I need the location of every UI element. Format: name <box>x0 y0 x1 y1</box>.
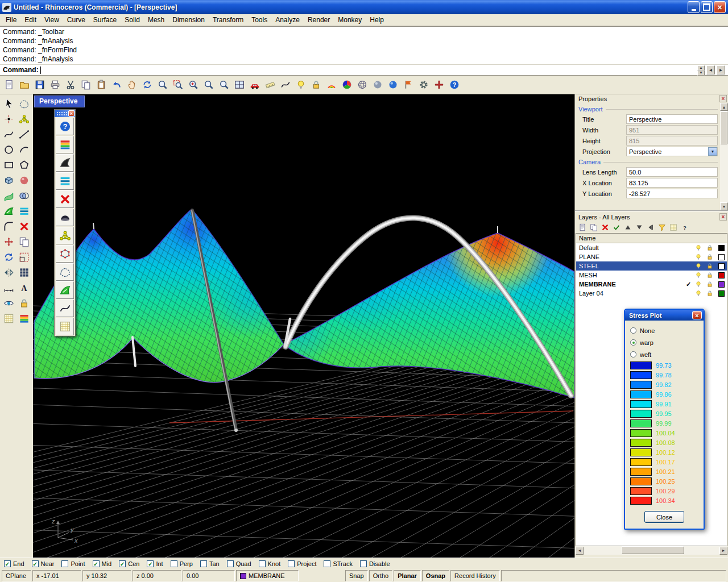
properties-scrollbar[interactable] <box>720 103 728 210</box>
checkbox-icon[interactable] <box>324 560 330 567</box>
layers-close-icon[interactable] <box>719 213 727 221</box>
radio-none[interactable]: None <box>630 325 698 336</box>
viewport-title[interactable]: Perspective <box>34 95 85 107</box>
zoom-dynamic[interactable] <box>155 77 170 92</box>
hscroll-track[interactable] <box>584 546 719 555</box>
zoom-selected[interactable] <box>217 77 231 92</box>
palette-close-icon[interactable] <box>68 110 75 117</box>
trim-tool[interactable] <box>16 219 32 234</box>
command-next-button[interactable] <box>717 65 725 74</box>
checkbox-icon[interactable] <box>93 560 100 567</box>
palette-edit-curve[interactable] <box>56 300 74 317</box>
wireframe-display[interactable] <box>355 77 370 92</box>
layers-hscrollbar[interactable] <box>576 546 727 555</box>
palette-formfind-surface[interactable] <box>56 281 74 299</box>
menu-help[interactable]: Help <box>366 15 388 25</box>
shaded-display[interactable] <box>370 77 385 92</box>
set-current-layer[interactable] <box>611 222 622 232</box>
cut[interactable] <box>63 77 78 92</box>
scroll-up-icon[interactable] <box>720 103 728 111</box>
menu-analyze[interactable]: Analyze <box>271 15 304 25</box>
save-file[interactable] <box>32 77 47 92</box>
scale-tool[interactable] <box>16 250 32 265</box>
layer-color-swatch[interactable] <box>718 281 725 288</box>
layer-row-membrane[interactable]: MEMBRANE <box>576 280 727 289</box>
layer-lock-icon[interactable] <box>704 290 715 297</box>
pane-record-history[interactable]: Record History <box>450 570 500 581</box>
scroll-thumb[interactable] <box>721 111 727 144</box>
point-tool[interactable] <box>1 111 16 127</box>
checkbox-icon[interactable] <box>259 560 266 567</box>
color-picker[interactable] <box>340 77 354 92</box>
osnap-disable[interactable]: Disable <box>360 560 390 567</box>
command-spinner[interactable] <box>697 65 705 74</box>
zoom-extents[interactable] <box>201 77 216 92</box>
render[interactable] <box>324 77 339 92</box>
layer-row-steel[interactable]: STEEL <box>576 261 727 271</box>
zoom-in[interactable] <box>186 77 201 92</box>
viewport-perspective[interactable]: z x y Perspective ? <box>33 94 574 558</box>
3d-scene[interactable]: z x y <box>33 94 574 558</box>
osnap-end[interactable]: End <box>4 560 24 567</box>
palette-dome[interactable] <box>56 209 74 226</box>
pane-snap[interactable]: Snap <box>345 570 368 581</box>
layer-lock-icon[interactable] <box>704 281 715 288</box>
checkbox-icon[interactable] <box>119 560 126 567</box>
layers-column-header[interactable]: Name <box>576 234 727 243</box>
rotate-view[interactable] <box>140 77 155 92</box>
polyline-tool[interactable] <box>16 127 32 142</box>
circle-tool[interactable] <box>1 142 16 157</box>
spin-up-icon[interactable] <box>697 65 705 70</box>
stress-plot-titlebar[interactable]: Stress Plot <box>625 310 704 321</box>
osnap-int[interactable]: Int <box>147 560 163 567</box>
palette-analysis-colors[interactable] <box>56 136 74 153</box>
options[interactable] <box>416 77 431 92</box>
arc-tool[interactable] <box>16 142 32 157</box>
move-layer-down[interactable] <box>634 222 644 232</box>
print[interactable] <box>48 77 63 92</box>
move-layer-up[interactable] <box>623 222 633 232</box>
delete-layer[interactable] <box>600 222 610 232</box>
layer-row-mesh[interactable]: MESH <box>576 271 727 280</box>
curve-tool[interactable] <box>1 127 16 142</box>
layer-color-swatch[interactable] <box>718 245 725 251</box>
loft-tool[interactable] <box>16 203 32 219</box>
palette-box-points[interactable] <box>56 245 74 263</box>
spin-down-icon[interactable] <box>697 70 705 76</box>
layer-color-slot[interactable] <box>715 263 727 269</box>
layer-on-bulb-icon[interactable] <box>693 263 704 269</box>
osnap-point[interactable]: Point <box>61 560 85 567</box>
rendered-display[interactable] <box>386 77 400 92</box>
select-tool[interactable] <box>1 96 16 111</box>
palette-membrane[interactable] <box>56 154 74 172</box>
point-cloud-tool[interactable] <box>16 111 32 127</box>
scroll-down-icon[interactable] <box>720 202 728 210</box>
osnap-project[interactable]: Project <box>288 560 316 567</box>
menu-curve[interactable]: Curve <box>63 15 89 25</box>
palette-mesh-grid[interactable] <box>56 318 74 335</box>
layer-color-slot[interactable] <box>715 272 727 278</box>
hide-tool[interactable] <box>1 296 16 311</box>
property-value-lens-length[interactable]: 50.0 <box>626 167 718 177</box>
viewport-layout[interactable] <box>232 77 247 92</box>
radio-icon[interactable] <box>630 339 636 346</box>
osnap-strack[interactable]: STrack <box>324 560 352 567</box>
checkbox-icon[interactable] <box>200 560 207 567</box>
sphere-tool[interactable] <box>16 173 32 188</box>
osnap-quad[interactable]: Quad <box>227 560 251 567</box>
pan-view[interactable] <box>125 77 139 92</box>
checkbox-icon[interactable] <box>171 560 177 567</box>
osnap-cen[interactable]: Cen <box>119 560 139 567</box>
radio-icon[interactable] <box>630 351 636 357</box>
surface-tool[interactable] <box>1 188 16 203</box>
minimize-button[interactable] <box>688 1 700 13</box>
layer-on-bulb-icon[interactable] <box>693 272 704 278</box>
menu-monkey[interactable]: Monkey <box>334 15 366 25</box>
layer-lock-icon[interactable] <box>704 263 715 269</box>
checkmate-flag[interactable] <box>401 77 416 92</box>
rectangle-tool[interactable] <box>1 157 16 173</box>
filter-layers[interactable] <box>657 222 667 232</box>
scroll-right-icon[interactable] <box>719 547 727 555</box>
hscroll-thumb[interactable] <box>622 546 684 554</box>
layer-on-bulb-icon[interactable] <box>693 244 704 251</box>
